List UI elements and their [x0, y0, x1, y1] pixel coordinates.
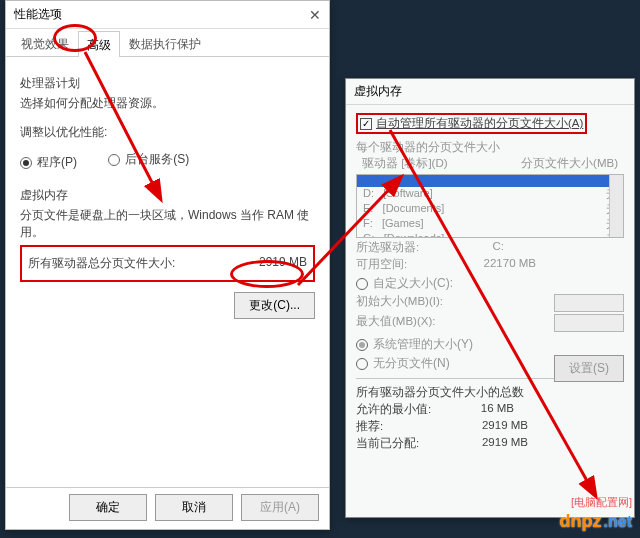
tab-dep[interactable]: 数据执行保护: [120, 30, 210, 56]
advanced-body: 处理器计划 选择如何分配处理器资源。 调整以优化性能: 程序(P) 后台服务(S…: [6, 57, 329, 347]
apply-button[interactable]: 应用(A): [241, 494, 319, 521]
initial-size-input: [554, 294, 624, 312]
radio-background-services[interactable]: 后台服务(S): [108, 151, 189, 168]
scrollbar[interactable]: [609, 175, 623, 237]
avail-space-value: 22170 MB: [484, 257, 536, 272]
titlebar: 性能选项 ✕: [6, 1, 329, 29]
radio-icon: [356, 278, 368, 290]
auto-manage-label: 自动管理所有驱动器的分页文件大小(A): [376, 116, 583, 131]
radio-programs[interactable]: 程序(P): [20, 154, 77, 171]
annotation-circle: [53, 24, 97, 52]
list-item[interactable]: G: [Downloads]无: [357, 232, 623, 238]
cur-value: 2919 MB: [482, 436, 528, 451]
change-button[interactable]: 更改(C)...: [234, 292, 315, 319]
processor-plan-title: 处理器计划: [20, 75, 315, 92]
each-drive-label: 每个驱动器的分页文件大小: [356, 140, 624, 155]
watermark: dnpz.net: [560, 511, 632, 532]
auto-manage-checkbox[interactable]: 自动管理所有驱动器的分页文件大小(A): [360, 116, 583, 131]
list-item[interactable]: D: [Software]无: [357, 187, 623, 202]
radio-icon: [108, 154, 120, 166]
min-label: 允许的最小值:: [356, 402, 431, 417]
list-item[interactable]: [357, 175, 623, 187]
rec-label: 推荐:: [356, 419, 383, 434]
vm-total-label: 所有驱动器总分页文件大小:: [28, 255, 175, 272]
window-title: 性能选项: [14, 6, 62, 23]
dialog-footer: 确定 取消 应用(A): [6, 487, 329, 527]
radio-system-managed: 系统管理的大小(Y): [356, 336, 473, 353]
virtual-memory-window: 虚拟内存 自动管理所有驱动器的分页文件大小(A) 每个驱动器的分页文件大小 驱动…: [345, 78, 635, 518]
virtual-memory-desc: 分页文件是硬盘上的一块区域，Windows 当作 RAM 使用。: [20, 207, 315, 241]
max-size-input: [554, 314, 624, 332]
radio-icon: [20, 157, 32, 169]
cur-label: 当前已分配:: [356, 436, 419, 451]
min-value: 16 MB: [481, 402, 514, 417]
avail-space-label: 可用空间:: [356, 257, 407, 272]
col-drive: 驱动器 [卷标](D): [362, 156, 448, 171]
radio-icon: [356, 358, 368, 370]
virtual-memory-title: 虚拟内存: [20, 187, 315, 204]
watermark-sub: [电脑配置网]: [571, 495, 632, 510]
checkbox-icon: [360, 118, 372, 130]
set-button: 设置(S): [554, 355, 624, 382]
totals-title: 所有驱动器分页文件大小的总数: [356, 385, 624, 400]
cancel-button[interactable]: 取消: [155, 494, 233, 521]
close-icon[interactable]: ✕: [309, 7, 321, 23]
radio-icon: [356, 339, 368, 351]
selected-drive-value: C:: [493, 240, 505, 255]
radio-custom-size: 自定义大小(C):: [356, 275, 453, 292]
processor-plan-desc: 选择如何分配处理器资源。: [20, 95, 315, 112]
titlebar: 虚拟内存: [346, 79, 634, 105]
list-item[interactable]: E: [Documents]无: [357, 202, 623, 217]
col-size: 分页文件大小(MB): [521, 156, 618, 171]
initial-size-label: 初始大小(MB)(I):: [356, 294, 443, 312]
radio-no-paging: 无分页文件(N): [356, 355, 450, 372]
list-item[interactable]: F: [Games]无: [357, 217, 623, 232]
max-size-label: 最大值(MB)(X):: [356, 314, 435, 332]
selected-drive-label: 所选驱动器:: [356, 240, 419, 255]
annotation-circle: [230, 260, 304, 288]
vm-body: 自动管理所有驱动器的分页文件大小(A) 每个驱动器的分页文件大小 驱动器 [卷标…: [346, 105, 634, 461]
drive-list[interactable]: D: [Software]无 E: [Documents]无 F: [Games…: [356, 174, 624, 238]
ok-button[interactable]: 确定: [69, 494, 147, 521]
adjust-label: 调整以优化性能:: [20, 124, 315, 141]
window-title: 虚拟内存: [354, 83, 402, 100]
rec-value: 2919 MB: [482, 419, 528, 434]
